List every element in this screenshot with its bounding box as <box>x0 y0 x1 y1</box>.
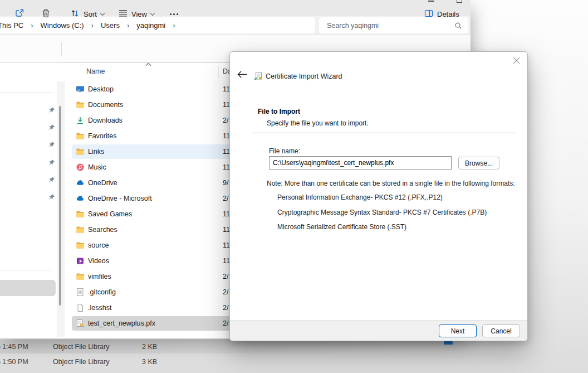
background-file-row: 51:50 PMObject File Library3 KB <box>0 356 471 368</box>
section-subtitle: Specify the file you want to import. <box>267 119 369 127</box>
format-line: Cryptographic Message Syntax Standard- P… <box>277 209 487 216</box>
file-name: Saved Games <box>88 206 132 222</box>
column-divider <box>218 66 219 78</box>
file-name: OneDrive - Microsoft <box>88 191 152 206</box>
date-modified-fragment: 2/ <box>223 316 228 331</box>
file-name: Downloads <box>88 113 122 128</box>
video-icon <box>76 256 85 265</box>
folder-icon <box>76 272 85 281</box>
file-type: Object File Library <box>53 356 109 368</box>
folder-icon <box>76 100 85 109</box>
file-name: source <box>88 238 109 253</box>
share-icon <box>14 8 25 20</box>
sort-ascending-icon <box>146 63 151 69</box>
file-name: vimfiles <box>88 269 111 284</box>
note-text: Note: More than one certificate can be s… <box>267 180 515 187</box>
cloud-icon <box>76 194 85 203</box>
format-line: Personal Information Exchange- PKCS #12 … <box>277 193 443 201</box>
more-icon <box>170 13 178 15</box>
music-icon <box>76 163 85 172</box>
time-modified: 1:45 PM <box>2 341 28 353</box>
file-name: Favorites <box>88 128 116 144</box>
details-pane-icon <box>424 9 433 20</box>
file-name: Desktop <box>88 81 114 97</box>
view-list-icon <box>119 9 128 19</box>
certificate-wizard-icon <box>253 72 262 83</box>
file-name: Documents <box>88 97 123 113</box>
config-icon <box>76 288 85 297</box>
certificate-icon <box>76 319 85 328</box>
trash-icon <box>41 8 51 20</box>
share-button[interactable] <box>14 0 25 28</box>
section-heading: File to Import <box>258 108 300 115</box>
column-header-name[interactable]: Name <box>86 67 105 75</box>
sort-button[interactable]: Sort <box>70 0 104 28</box>
file-name-label: File name: <box>269 147 300 155</box>
section-separator <box>252 133 516 133</box>
file-name: test_cert_newplus.pfx <box>88 316 155 331</box>
time-prefix-fragment: 5 <box>0 356 1 368</box>
file-size: 2 KB <box>142 341 157 353</box>
next-button[interactable]: Next <box>439 324 477 337</box>
close-button[interactable] <box>510 56 522 67</box>
browse-button[interactable]: Browse... <box>458 157 499 169</box>
details-button[interactable]: Details <box>424 0 459 28</box>
file-icon <box>76 303 85 312</box>
more-options-button[interactable] <box>170 0 178 28</box>
folder-icon <box>76 210 85 219</box>
cloud-icon <box>76 178 85 187</box>
time-modified: 1:50 PM <box>2 356 28 368</box>
file-name: Links <box>88 144 104 159</box>
file-name-field-wrap <box>269 156 452 169</box>
dialog-title: Certificate Import Wizard <box>266 72 342 80</box>
download-icon <box>76 116 85 125</box>
breadcrumb-chevron-icon[interactable]: › <box>31 21 33 30</box>
desktop-icon <box>76 85 85 94</box>
file-name: OneDrive <box>88 175 117 191</box>
file-type: Object File Library <box>53 341 109 353</box>
file-name: Searches <box>88 222 117 238</box>
folder-icon <box>76 132 85 141</box>
folder-icon <box>76 225 85 234</box>
back-arrow-icon <box>237 72 247 80</box>
folder-icon <box>76 147 85 156</box>
file-name-input[interactable] <box>270 157 451 169</box>
view-button[interactable]: View <box>119 0 154 28</box>
folder-icon <box>76 241 85 250</box>
back-button[interactable] <box>237 70 247 80</box>
toolbar-divider <box>61 42 62 56</box>
date-modified-fragment: 2/ <box>223 284 228 300</box>
sort-label: Sort <box>84 10 97 18</box>
date-modified-fragment: 2/ <box>223 113 228 128</box>
background-blue-fragment <box>444 341 453 345</box>
date-modified-fragment: 2/ <box>223 300 228 316</box>
delete-button[interactable] <box>41 0 51 28</box>
date-modified-fragment: 9/ <box>223 175 228 191</box>
close-icon <box>513 57 520 66</box>
file-name: .lesshst <box>88 300 111 316</box>
view-label: View <box>131 10 147 18</box>
background-file-row: 51:45 PMObject File Library2 KB <box>0 341 471 353</box>
cancel-button[interactable]: Cancel <box>482 324 520 337</box>
format-line: Microsoft Serialized Certificate Store (… <box>277 223 406 231</box>
file-name: Videos <box>88 253 109 269</box>
chevron-down-icon <box>150 11 155 15</box>
file-name: Music <box>88 159 106 175</box>
certificate-import-wizard-dialog: Certificate Import Wizard File to Import… <box>229 51 528 341</box>
file-size: 3 KB <box>142 356 157 368</box>
file-name: .gitconfig <box>88 284 116 300</box>
date-modified-fragment: 2/ <box>223 269 228 284</box>
details-label: Details <box>437 10 459 18</box>
chevron-down-icon <box>100 11 105 15</box>
time-prefix-fragment: 5 <box>0 341 1 353</box>
sort-arrows-icon <box>70 9 80 20</box>
date-modified-fragment: 2/ <box>223 191 228 206</box>
